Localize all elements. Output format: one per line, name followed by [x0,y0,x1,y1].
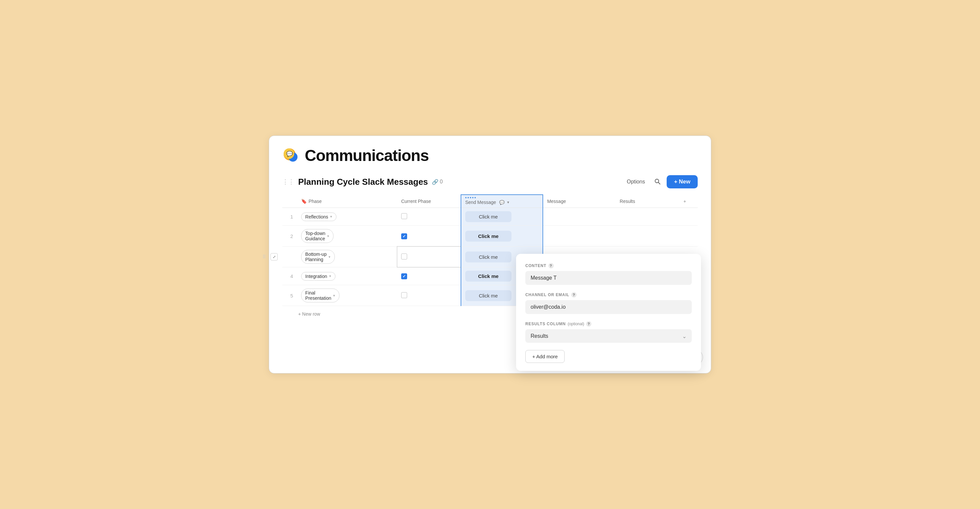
content-label: CONTENT ? [525,263,692,268]
phase-chevron-icon: ▾ [333,294,335,298]
header-actions: Options + New [624,175,698,188]
results-select-wrapper: Results [525,329,692,343]
results-column-label: RESULTS COLUMN (optional) ? [525,321,692,327]
results-cell [616,226,679,247]
col-header-send-message: Send Message 💬 ▾ [461,195,543,208]
phase-cell: Integration ▾ [297,267,397,285]
col-header-results: Results [616,195,679,208]
row-drag-icon[interactable]: ⠿ [262,254,266,260]
checkbox[interactable] [401,254,407,260]
row-number: 2 [282,226,297,247]
content-field-group: CONTENT ? [525,263,692,285]
phase-name: Reflections [305,214,328,219]
add-more-button[interactable]: + Add more [525,350,565,363]
click-me-button[interactable]: Click me [465,290,511,301]
click-me-button[interactable]: Click me [465,252,511,262]
checkbox-checked[interactable] [401,273,407,279]
channel-field-group: CHANNEL OR EMAIL ? [525,292,692,314]
expand-icon[interactable]: ⤢ [270,253,278,260]
phase-name: Bottom-upPlanning [305,252,327,262]
current-phase-cell[interactable] [397,285,461,306]
table-title: Planning Cycle Slack Messages [298,177,428,187]
phase-chevron-icon: ▾ [330,214,332,219]
current-phase-cell[interactable] [397,208,461,226]
column-drag-dots [465,197,476,198]
phase-name: Top-downGuidance [305,231,326,241]
options-button[interactable]: Options [624,177,648,187]
app-logo: 💬 [282,147,299,164]
send-message-icon: 💬 [499,200,504,205]
click-me-button[interactable]: Click me [465,231,511,242]
phase-cell: Bottom-upPlanning ▾ [297,247,397,267]
app-window: 💬 Communications ⋮⋮ Planning Cycle Slack… [269,136,711,373]
click-me-button[interactable]: Click me [465,211,511,222]
col-header-num [282,195,297,208]
send-message-cell: Click me [461,226,543,247]
new-button[interactable]: + New [667,175,698,188]
results-cell [616,208,679,226]
row-number: ⤢ ⠿ [282,247,297,267]
results-select[interactable]: Results [525,329,692,343]
col-header-message: Message [543,195,616,208]
search-icon [654,178,661,185]
popup-panel: CONTENT ? CHANNEL OR EMAIL ? RESULTS COL… [516,254,701,371]
message-cell [543,226,616,247]
col-header-add[interactable]: + [679,195,698,208]
svg-line-5 [659,182,660,184]
col-header-current-phase: Current Phase [397,195,461,208]
content-input[interactable] [525,271,692,285]
checkbox[interactable] [401,292,407,298]
send-message-cell: Click me [461,208,543,226]
app-header: 💬 Communications [282,147,698,164]
current-phase-cell[interactable] [397,226,461,247]
col-header-phase: 🔖 Phase [297,195,397,208]
phase-pill[interactable]: Integration ▾ [301,272,336,281]
row-number: 5 [282,285,297,306]
phase-cell: Top-downGuidance ▾ [297,226,397,247]
phase-chevron-icon: ▾ [329,255,331,259]
row-number: 4 [282,267,297,285]
results-column-field-group: RESULTS COLUMN (optional) ? Results [525,321,692,343]
channel-label: CHANNEL OR EMAIL ? [525,292,692,297]
channel-input[interactable] [525,300,692,314]
page-title: Communications [305,147,429,164]
col-send-dropdown-icon[interactable]: ▾ [507,200,509,204]
table-row: 1 Reflections ▾ Click me [282,208,698,226]
new-row-button[interactable]: + New row [294,309,324,319]
checkbox[interactable] [401,213,407,219]
phase-pill[interactable]: FinalPresentation ▾ [301,289,340,302]
drag-handle-icon[interactable]: ⋮⋮ [282,178,294,185]
search-button[interactable] [652,176,663,188]
link-badge: 🔗 0 [432,179,443,185]
svg-text:💬: 💬 [286,151,293,157]
link-count: 0 [440,179,443,185]
current-phase-cell[interactable] [397,267,461,285]
content-help-icon[interactable]: ? [549,263,554,268]
svg-point-4 [655,179,659,183]
checkbox-checked[interactable] [401,233,407,239]
click-me-button[interactable]: Click me [465,271,511,282]
bookmark-icon: 🔖 [301,199,307,204]
results-help-icon[interactable]: ? [586,321,591,327]
phase-name: FinalPresentation [305,290,331,301]
phase-name: Integration [305,274,327,279]
phase-pill[interactable]: Reflections ▾ [301,212,336,221]
phase-chevron-icon: ▾ [329,274,331,278]
phase-cell: Reflections ▾ [297,208,397,226]
row-number: 1 [282,208,297,226]
channel-help-icon[interactable]: ? [571,292,576,297]
phase-chevron-icon: ▾ [327,234,329,238]
table-header-row: ⋮⋮ Planning Cycle Slack Messages 🔗 0 Opt… [282,175,698,188]
message-cell [543,208,616,226]
phase-pill[interactable]: Bottom-upPlanning ▾ [301,250,335,264]
phase-cell: FinalPresentation ▾ [297,285,397,306]
table-row: 2 Top-downGuidance ▾ Click me [282,226,698,247]
link-icon: 🔗 [432,179,439,185]
table-section: ⋮⋮ Planning Cycle Slack Messages 🔗 0 Opt… [282,175,698,319]
phase-pill[interactable]: Top-downGuidance ▾ [301,229,334,243]
current-phase-cell[interactable] [397,247,461,267]
